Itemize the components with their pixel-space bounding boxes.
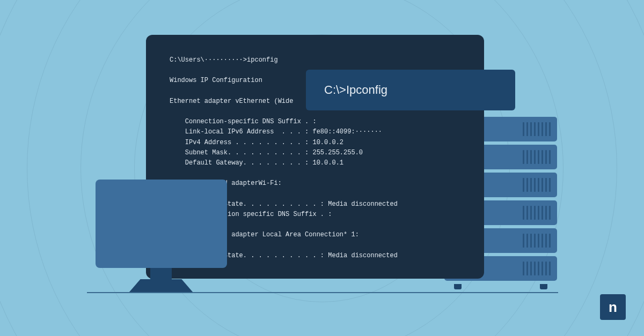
monitor-illustration bbox=[96, 180, 227, 268]
logo-letter: n bbox=[609, 299, 617, 316]
monitor-base bbox=[129, 279, 193, 293]
brand-logo: n bbox=[600, 294, 626, 320]
server-base bbox=[444, 284, 557, 289]
title-text: C:\>Ipconfig bbox=[324, 83, 387, 97]
ground-line bbox=[87, 292, 558, 293]
title-card: C:\>Ipconfig bbox=[306, 70, 515, 110]
